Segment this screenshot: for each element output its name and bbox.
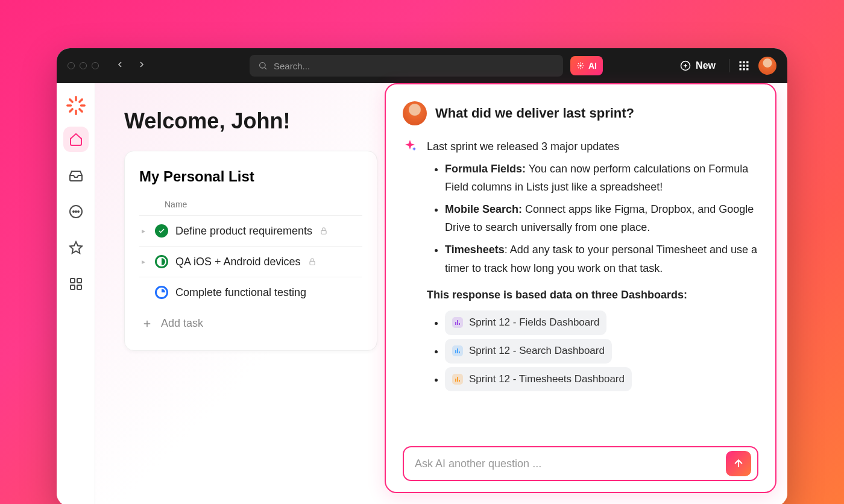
sidebar-apps-button[interactable] [63, 271, 89, 297]
nav-forward-button[interactable] [133, 57, 151, 75]
svg-marker-27 [70, 242, 82, 253]
status-progress-icon[interactable] [155, 286, 168, 299]
task-row[interactable]: ▸ QA iOS + Android devices [139, 246, 362, 277]
ai-question-row: What did we deliver last sprint? [403, 101, 758, 125]
search-icon [258, 61, 268, 71]
ai-input[interactable] [415, 458, 726, 470]
svg-rect-7 [743, 61, 745, 63]
dashboard-icon [452, 374, 463, 385]
svg-rect-9 [740, 65, 742, 66]
ai-panel: What did we deliver last sprint? Last sp… [385, 83, 776, 493]
ai-updates-list: Formula Fields: You can now perform calc… [427, 160, 758, 278]
ai-badge[interactable]: AI [570, 56, 603, 75]
svg-rect-31 [77, 285, 81, 289]
search-placeholder: Search... [274, 61, 310, 71]
column-header-name: Name [139, 196, 362, 215]
svg-line-21 [69, 109, 72, 112]
svg-line-20 [79, 109, 81, 112]
ai-update-item: Timesheets: Add any task to your persona… [445, 241, 758, 277]
add-task-button[interactable]: Add task [139, 307, 362, 339]
svg-rect-11 [746, 65, 748, 66]
status-complete-icon[interactable] [155, 224, 168, 238]
svg-rect-10 [743, 65, 745, 66]
app-logo-icon [66, 95, 86, 116]
svg-rect-12 [740, 68, 742, 70]
list-title: My Personal List [139, 168, 362, 185]
svg-point-25 [75, 211, 77, 212]
task-name: QA iOS + Android devices [175, 256, 301, 268]
home-icon [69, 132, 83, 146]
dashboard-icon [452, 317, 463, 328]
svg-rect-28 [71, 279, 75, 283]
svg-rect-32 [321, 230, 326, 234]
plus-icon [142, 318, 153, 329]
star-icon [69, 241, 83, 255]
expand-icon[interactable]: ▸ [142, 257, 148, 266]
dashboard-chip[interactable]: Sprint 12 - Search Dashboard [445, 339, 612, 364]
ai-intro-text: Last sprint we released 3 major updates [427, 137, 758, 156]
dashboard-source: Sprint 12 - Search Dashboard [445, 339, 758, 364]
sidebar-home-button[interactable] [63, 127, 89, 152]
sidebar-more-button[interactable] [63, 199, 89, 224]
search-input[interactable]: Search... [250, 55, 563, 77]
task-row[interactable]: ▸ Complete functional testing [139, 277, 362, 307]
status-progress-icon[interactable] [155, 255, 168, 268]
task-name: Define product requirements [175, 225, 312, 238]
task-name: Complete functional testing [175, 286, 306, 299]
ai-dashboards-list: Sprint 12 - Fields Dashboard Sprint 12 -… [427, 310, 758, 392]
ai-update-item: Formula Fields: You can now perform calc… [445, 160, 758, 197]
ai-question-text: What did we deliver last sprint? [435, 106, 634, 121]
svg-rect-33 [310, 261, 315, 265]
expand-icon[interactable]: ▸ [142, 227, 148, 235]
lock-icon [308, 257, 316, 266]
ai-input-row [403, 446, 758, 481]
user-avatar-icon [403, 101, 427, 125]
svg-rect-8 [746, 61, 748, 63]
svg-line-19 [69, 99, 72, 102]
apps-grid-icon[interactable] [738, 60, 750, 72]
ai-answer-row: Last sprint we released 3 major updates … [403, 137, 758, 400]
ai-sparkle-icon [403, 139, 418, 400]
dashboard-icon [452, 345, 463, 356]
dashboard-chip[interactable]: Sprint 12 - Timesheets Dashboard [445, 367, 632, 392]
personal-list-card: My Personal List Name ▸ Define product r… [124, 151, 377, 351]
ai-update-item: Mobile Search: Connect apps like Figma, … [445, 200, 758, 237]
sidebar [57, 83, 95, 504]
svg-rect-13 [743, 68, 745, 70]
nav-back-button[interactable] [111, 57, 129, 75]
svg-point-0 [260, 63, 265, 68]
task-row[interactable]: ▸ Define product requirements [139, 215, 362, 246]
svg-point-24 [73, 211, 74, 212]
dashboard-chip[interactable]: Sprint 12 - Fields Dashboard [445, 310, 606, 335]
svg-rect-6 [740, 61, 742, 63]
svg-rect-29 [77, 279, 81, 283]
user-avatar[interactable] [758, 57, 776, 75]
ai-basis-text: This response is based data on three Das… [427, 286, 758, 304]
spark-icon [576, 61, 585, 70]
inbox-icon [69, 168, 83, 183]
titlebar: Search... AI New [57, 48, 787, 83]
dashboard-source: Sprint 12 - Timesheets Dashboard [445, 367, 758, 392]
ai-send-button[interactable] [726, 451, 751, 476]
sidebar-inbox-button[interactable] [63, 163, 89, 188]
svg-line-22 [79, 99, 81, 102]
grid-icon [69, 277, 83, 291]
more-icon [69, 204, 83, 219]
app-window: Search... AI New [57, 48, 787, 504]
arrow-up-icon [732, 458, 745, 470]
main-content: Welcome, John! My Personal List Name ▸ D… [95, 83, 787, 504]
svg-rect-14 [746, 68, 748, 70]
plus-circle-icon [680, 60, 691, 71]
svg-line-1 [265, 68, 266, 69]
lock-icon [320, 227, 328, 235]
dashboard-source: Sprint 12 - Fields Dashboard [445, 310, 758, 335]
sidebar-favorites-button[interactable] [63, 235, 89, 260]
window-controls[interactable] [68, 62, 99, 69]
new-button[interactable]: New [675, 58, 720, 74]
svg-point-26 [78, 211, 79, 212]
svg-point-2 [579, 65, 582, 67]
svg-rect-30 [71, 285, 75, 289]
